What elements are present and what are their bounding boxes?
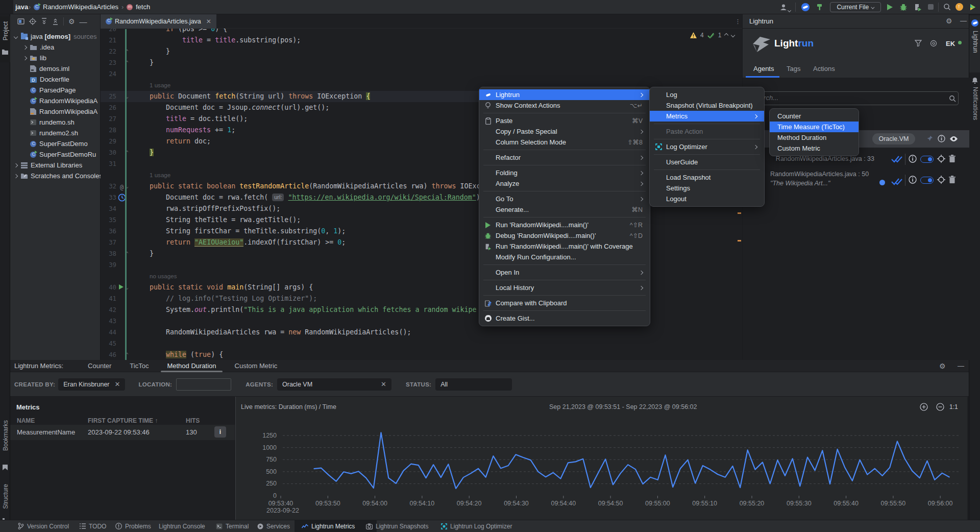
panel-minimize-icon[interactable]: — xyxy=(960,17,967,25)
menu-item-counter[interactable]: Counter xyxy=(770,111,859,122)
statusbar-lightrun-console[interactable]: Lightrun Console xyxy=(159,520,205,532)
panel-settings-icon[interactable]: ⚙ xyxy=(946,17,952,25)
goto-source-icon[interactable] xyxy=(937,176,945,184)
metric-info-icon[interactable] xyxy=(909,176,917,184)
menu-item-method-duration[interactable]: Method Duration xyxy=(770,132,859,143)
statusbar-lightrun-metrics[interactable]: Lightrun Metrics xyxy=(302,520,355,532)
metric-toggle[interactable] xyxy=(920,177,934,184)
stop-button[interactable] xyxy=(928,4,934,10)
menu-item-folding[interactable]: Folding xyxy=(479,167,650,178)
tab-close-icon[interactable]: ✕ xyxy=(206,18,211,25)
target-icon[interactable] xyxy=(29,18,36,25)
metrics-minimize-icon[interactable]: — xyxy=(958,362,964,370)
ide-play-icon[interactable] xyxy=(969,4,976,11)
menu-item-log-optimizer[interactable]: Log Optimizer xyxy=(650,141,764,152)
remove-filter-icon[interactable]: ✕ xyxy=(381,380,386,388)
tree-item-rundemo2-sh[interactable]: rundemo2.sh xyxy=(10,128,101,138)
pin-icon[interactable] xyxy=(926,135,933,142)
menu-item-load-snapshot[interactable]: Load Snapshot xyxy=(650,172,764,183)
remove-filter-icon[interactable]: ✕ xyxy=(115,380,120,388)
location-input[interactable] xyxy=(176,378,231,391)
delete-icon[interactable] xyxy=(949,155,955,162)
zoom-in-icon[interactable] xyxy=(920,403,928,411)
menu-item-generate-[interactable]: Generate...⌘N xyxy=(479,204,650,215)
visibility-icon[interactable] xyxy=(929,40,938,47)
menu-item-column-selection-mode[interactable]: Column Selection Mode⇧⌘8 xyxy=(479,137,650,148)
statusbar-lightrun-snapshots[interactable]: Lightrun Snapshots xyxy=(366,520,428,532)
statusbar-terminal[interactable]: Terminal xyxy=(216,520,249,532)
filter-icon[interactable] xyxy=(915,40,922,46)
breadcrumb-class[interactable]: RandomWikipediaArticles xyxy=(43,3,118,11)
menu-item-create-gist-[interactable]: Create Gist... xyxy=(479,313,650,324)
status-chip[interactable]: All xyxy=(435,378,512,391)
zoom-reset[interactable]: 1:1 xyxy=(949,403,958,410)
metrics-tab-custom-metric[interactable]: Custom Metric xyxy=(226,360,287,371)
tree-item-randomwikipediaa[interactable]: CRandomWikipediaA xyxy=(10,95,101,106)
coverage-button[interactable] xyxy=(914,3,922,11)
statusbar-problems[interactable]: Problems xyxy=(115,520,151,532)
editor-more-icon[interactable]: ⋮ xyxy=(735,18,741,25)
menu-item-metrics[interactable]: Metrics xyxy=(650,111,764,122)
statusbar-lightrun-log-optimizer[interactable]: Lightrun Log Optimizer xyxy=(441,520,512,532)
user-badge[interactable]: EK xyxy=(946,40,955,47)
collapse-all-icon[interactable] xyxy=(52,18,59,25)
debug-button[interactable] xyxy=(899,3,908,11)
locate-file-icon[interactable] xyxy=(17,18,24,25)
col-first-capture[interactable]: FIRST CAPTURE TIME ↑ xyxy=(88,417,158,424)
metric-toggle[interactable] xyxy=(920,156,934,163)
tree-item-superfastdemo[interactable]: CSuperFastDemo xyxy=(10,138,101,149)
user-icon[interactable] xyxy=(780,4,787,11)
menu-item-compare-with-clipboard[interactable]: Compare with Clipboard xyxy=(479,298,650,308)
metrics-settings-icon[interactable]: ⚙ xyxy=(939,362,946,370)
project-tool-button[interactable]: Project xyxy=(0,16,10,62)
hide-panel-icon[interactable]: — xyxy=(80,17,87,26)
menu-item-debug-randomwikipedi-main-[interactable]: Debug 'RandomWikipedi....main()'^⇧D xyxy=(479,230,650,241)
menu-item-settings[interactable]: Settings xyxy=(650,183,764,194)
bookmarks-tool-button[interactable]: Bookmarks xyxy=(0,418,10,469)
row-info-button[interactable]: i xyxy=(214,426,226,438)
created-by-chip[interactable]: Eran Kinsbruner✕ xyxy=(58,378,125,391)
menu-item-userguide[interactable]: UserGuide xyxy=(650,157,764,167)
menu-item-go-to[interactable]: Go To xyxy=(479,194,650,204)
tree-item-scratches-and-consoles[interactable]: Scratches and Consoles xyxy=(10,171,101,181)
statusbar-version-control[interactable]: Version Control xyxy=(18,520,69,532)
run-config-select[interactable]: Current File xyxy=(830,2,881,12)
metric-info-icon[interactable] xyxy=(909,155,917,163)
agent-eye-icon[interactable] xyxy=(949,136,958,142)
run-button[interactable] xyxy=(887,4,893,10)
menu-item-paste-action[interactable]: Paste Action xyxy=(650,126,764,137)
tree-item-external-libraries[interactable]: External Libraries xyxy=(10,160,101,171)
tree-item--idea[interactable]: .idea xyxy=(10,42,101,53)
menu-item-logout[interactable]: Logout xyxy=(650,194,764,204)
tree-item-rundemo-sh[interactable]: rundemo.sh xyxy=(10,117,101,128)
tree-item-randomwikipediaa[interactable]: RandomWikipediaA xyxy=(10,106,101,117)
breadcrumb-method[interactable]: fetch xyxy=(136,3,150,11)
table-row[interactable]: MeasurementName 2023-09-22 09:53:46 130 … xyxy=(10,425,235,440)
breadcrumb-module[interactable]: java xyxy=(15,3,28,11)
expand-all-icon[interactable] xyxy=(41,18,47,25)
menu-item-custom-metric[interactable]: Custom Metric xyxy=(770,143,859,154)
tree-item-dockerfile[interactable]: DDockerfile xyxy=(10,74,101,85)
agents-chip[interactable]: Oracle VM✕ xyxy=(277,378,391,391)
statusbar-todo[interactable]: TODO xyxy=(80,520,106,532)
tree-item-lib[interactable]: lib xyxy=(10,53,101,63)
metric-row-2[interactable]: RandomWikipediaArticles.java : 50 "The W… xyxy=(743,168,969,191)
metrics-tab-tictoc[interactable]: TicToc xyxy=(120,360,158,371)
menu-item-copy-paste-special[interactable]: Copy / Paste Special xyxy=(479,126,650,137)
goto-source-icon[interactable] xyxy=(937,155,945,163)
delete-icon[interactable] xyxy=(949,176,955,183)
update-badge-icon[interactable]: ↑ xyxy=(955,3,963,11)
notifications-tool-button[interactable]: Notifications xyxy=(969,75,980,136)
menu-item-run-randomwikipedi-main-with-coverage[interactable]: Run 'RandomWikipedi....main()' with Cove… xyxy=(479,241,650,252)
menu-item-open-in[interactable]: Open In xyxy=(479,267,650,278)
zoom-out-icon[interactable] xyxy=(936,403,944,411)
metrics-tab-method-duration[interactable]: Method Duration xyxy=(158,360,225,371)
statusbar-services[interactable]: Services xyxy=(257,520,290,532)
run-gutter-icon[interactable] xyxy=(119,284,124,289)
tree-item-demos-iml[interactable]: demos.iml xyxy=(10,63,101,74)
lightrun-tool-button[interactable]: Lightrun xyxy=(969,15,980,72)
menu-item-local-history[interactable]: Local History xyxy=(479,282,650,293)
menu-item-time-measure-tictoc-[interactable]: Time Measure (TicToc) xyxy=(770,122,859,132)
menu-item-log[interactable]: Log xyxy=(650,89,764,100)
editor-tab[interactable]: C RandomWikipediaArticles.java ✕ xyxy=(101,14,216,29)
